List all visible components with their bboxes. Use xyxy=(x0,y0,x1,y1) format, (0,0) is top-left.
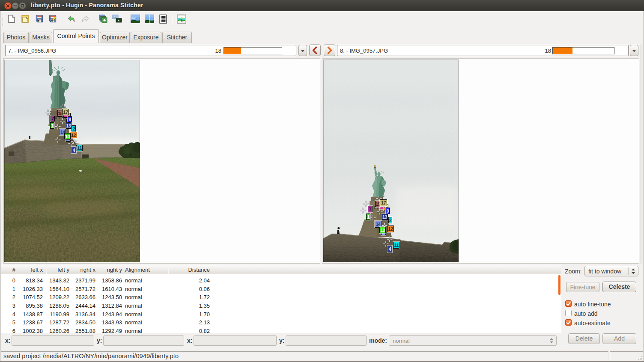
svg-text:GL: GL xyxy=(131,16,137,20)
